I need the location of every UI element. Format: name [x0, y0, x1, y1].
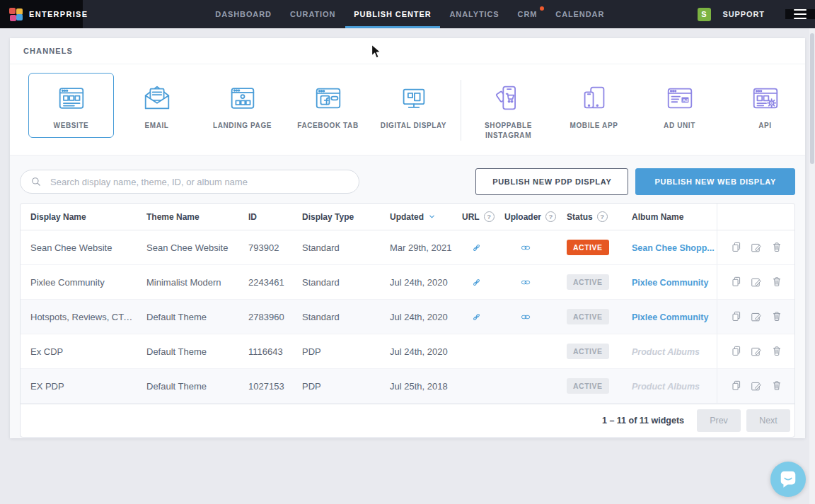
brand-logo-icon [9, 8, 23, 21]
publish-new-pdp-display-button[interactable]: PUBLISH NEW PDP DISPLAY [475, 168, 628, 195]
channel-icon [226, 81, 259, 115]
user-badge[interactable]: S [698, 8, 711, 21]
channel-item-landing-page[interactable]: LANDING PAGE [200, 73, 285, 138]
search-box[interactable] [20, 170, 359, 194]
column-header[interactable] [717, 204, 795, 230]
channel-item-shoppable-instagram[interactable]: SHOPPABLE INSTAGRAM [466, 73, 551, 147]
nav-item-crm[interactable]: CRM [509, 0, 547, 28]
delete-icon[interactable] [770, 310, 784, 324]
column-header-url[interactable]: URL ? [458, 204, 495, 230]
column-header-display-type[interactable]: Display Type [292, 204, 380, 230]
url-link-icon[interactable] [471, 312, 482, 322]
nav-item-publish-center[interactable]: PUBLISH CENTER [345, 0, 440, 28]
cell-updated: Mar 29th, 2021 [380, 230, 458, 265]
scrollbar-thumb[interactable] [810, 33, 814, 164]
cell-display-type: PDP [292, 369, 380, 404]
toolbar-buttons: PUBLISH NEW PDP DISPLAY PUBLISH NEW WEB … [475, 168, 795, 195]
duplicate-icon[interactable] [729, 344, 744, 358]
channel-item-website[interactable]: WEBSITE [28, 73, 114, 138]
hamburger-menu-button[interactable] [785, 9, 815, 20]
album-name-link[interactable]: Sean Chee Shopp... [632, 243, 715, 253]
cell-theme-name: Sean Chee Website [137, 230, 238, 265]
nav-item-analytics[interactable]: ANALYTICS [441, 0, 509, 28]
cell-display-type: Standard [292, 265, 380, 300]
status-badge: ACTIVE [567, 309, 609, 324]
column-header-album-name[interactable]: Album Name [622, 204, 717, 230]
edit-icon[interactable] [749, 240, 763, 254]
delete-icon[interactable] [770, 379, 784, 393]
table-header-row: Display Name Theme Name ID Display Type … [21, 204, 795, 230]
edit-icon[interactable] [749, 310, 763, 324]
channel-icon [749, 81, 782, 115]
cell-id: 1116643 [238, 334, 292, 369]
publish-new-web-display-button[interactable]: PUBLISH NEW WEB DISPLAY [635, 168, 795, 195]
channel-item-email[interactable]: EMAIL [114, 73, 200, 138]
edit-icon[interactable] [749, 379, 763, 393]
duplicate-icon[interactable] [729, 240, 744, 254]
notification-dot [540, 6, 544, 11]
uploader-link-icon[interactable] [519, 277, 532, 288]
channel-icon [55, 81, 88, 115]
edit-icon[interactable] [749, 344, 763, 358]
scrollbar-track[interactable] [809, 28, 815, 504]
album-name-link: Product Albums [632, 382, 700, 392]
column-header-uploader[interactable]: Uploader ? [495, 204, 557, 230]
help-icon[interactable]: ? [545, 211, 556, 222]
duplicate-icon[interactable] [729, 310, 744, 324]
duplicate-icon[interactable] [729, 275, 744, 289]
uploader-link-icon[interactable] [519, 312, 532, 322]
search-icon [30, 175, 42, 188]
channel-item-mobile-app[interactable]: MOBILE APP [551, 73, 637, 138]
nav-right: S SUPPORT [698, 0, 815, 28]
help-icon[interactable]: ? [484, 211, 495, 222]
next-button[interactable]: Next [746, 409, 790, 432]
brand[interactable]: ENTERPRISE [0, 0, 83, 28]
sort-desc-icon[interactable] [428, 213, 436, 221]
edit-icon[interactable] [749, 275, 763, 289]
channel-icon [492, 81, 525, 115]
cell-display-name: Pixlee Community [21, 265, 137, 300]
delete-icon[interactable] [770, 240, 784, 254]
channel-item-ad-unit[interactable]: AD UNIT [637, 73, 722, 138]
help-icon[interactable]: ? [597, 211, 608, 222]
status-badge: ACTIVE [567, 344, 609, 359]
column-header-display-name[interactable]: Display Name [21, 204, 137, 230]
album-name-link[interactable]: Pixlee Community [632, 312, 708, 322]
cell-id: 2243461 [238, 265, 292, 300]
delete-icon[interactable] [770, 344, 784, 358]
nav-item-curation[interactable]: CURATION [281, 0, 345, 28]
cell-display-name: Hotspots, Reviews, CTA, P... [21, 300, 137, 334]
search-input[interactable] [20, 170, 359, 194]
prev-button[interactable]: Prev [697, 409, 741, 432]
column-header-theme-name[interactable]: Theme Name [137, 204, 238, 230]
column-header-updated[interactable]: Updated [380, 204, 458, 230]
cell-updated: Jul 24th, 2020 [380, 265, 458, 300]
delete-icon[interactable] [770, 275, 784, 289]
album-name-link[interactable]: Pixlee Community [632, 278, 708, 288]
top-nav: ENTERPRISE DASHBOARD CURATION PUBLISH CE… [0, 0, 815, 28]
chat-bubble-icon [778, 469, 798, 489]
channels-divider [461, 80, 461, 141]
table-row: Sean Chee Website Sean Chee Website 7939… [21, 230, 795, 265]
support-link[interactable]: SUPPORT [723, 10, 765, 18]
nav-item-calendar[interactable]: CALENDAR [546, 0, 613, 28]
url-link-icon[interactable] [471, 277, 482, 288]
cell-display-type: Standard [292, 300, 380, 334]
cell-updated: Jul 24th, 2020 [380, 334, 458, 369]
channel-item-api[interactable]: API [722, 73, 808, 138]
cell-updated: Jul 24th, 2020 [380, 300, 458, 334]
pagination-count: 1 – 11 of 11 widgets [602, 416, 684, 426]
channels-row: WEBSITE EMAIL LANDING PAGE FACEBOOK TAB … [10, 64, 805, 155]
channel-item-facebook-tab[interactable]: FACEBOOK TAB [285, 73, 371, 138]
cell-display-name: Sean Chee Website [21, 230, 137, 265]
column-header-status[interactable]: Status ? [557, 204, 622, 230]
duplicate-icon[interactable] [729, 379, 744, 393]
uploader-link-icon[interactable] [519, 242, 532, 253]
chat-widget-button[interactable] [770, 462, 806, 497]
column-header-id[interactable]: ID [238, 204, 292, 230]
channel-item-digital-display[interactable]: DIGITAL DISPLAY [371, 73, 456, 138]
nav-item-dashboard[interactable]: DASHBOARD [206, 0, 281, 28]
table-row: Pixlee Community Minimalist Modern 22434… [21, 265, 795, 300]
url-link-icon[interactable] [471, 242, 482, 253]
displays-table: Display Name Theme Name ID Display Type … [21, 204, 795, 404]
